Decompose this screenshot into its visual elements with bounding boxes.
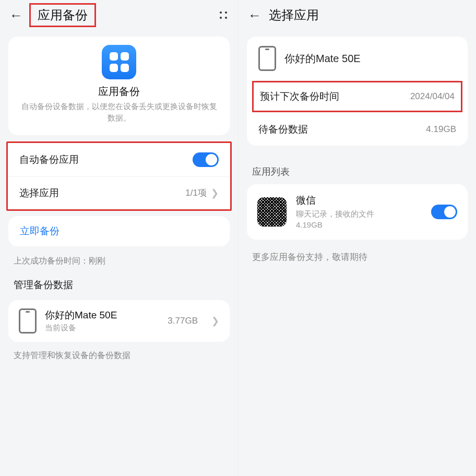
- device-sub: 当前设备: [45, 323, 159, 333]
- auto-backup-toggle[interactable]: [193, 152, 219, 167]
- device-row: 你好的Mate 50E: [247, 37, 468, 80]
- device-name: 你好的Mate 50E: [45, 308, 159, 322]
- manage-section-label: 管理备份数据: [0, 274, 238, 297]
- next-backup-value: 2024/04/04: [410, 91, 455, 102]
- back-icon[interactable]: ←: [9, 8, 23, 22]
- page-title: 应用备份: [38, 7, 88, 23]
- next-backup-row: 预计下次备份时间 2024/04/04: [254, 82, 461, 111]
- left-pane: ← 应用备份 应用备份 自动备份设备数据，以便您在设备丢失或更换设备时恢复数据。…: [0, 0, 238, 476]
- select-app-value: 1/1项: [185, 187, 207, 199]
- highlighted-settings-box: 自动备份应用 选择应用 1/1项 ❯: [6, 141, 232, 211]
- back-icon[interactable]: ←: [248, 8, 261, 22]
- chevron-right-icon: ❯: [211, 315, 219, 327]
- chevron-right-icon: ❯: [211, 187, 219, 199]
- app-toggle[interactable]: [431, 205, 457, 219]
- next-backup-label: 预计下次备份时间: [260, 90, 339, 103]
- device-row[interactable]: 你好的Mate 50E 当前设备 3.77GB ❯: [8, 300, 230, 342]
- hero-card: 应用备份 自动备份设备数据，以便您在设备丢失或更换设备时恢复数据。: [8, 37, 230, 135]
- select-app-row[interactable]: 选择应用 1/1项 ❯: [8, 177, 230, 209]
- hero-description: 自动备份设备数据，以便您在设备丢失或更换设备时恢复数据。: [20, 101, 218, 124]
- device-info-card: 你好的Mate 50E 预计下次备份时间 2024/04/04 待备份数据 4.…: [247, 37, 468, 146]
- device-size: 3.77GB: [168, 316, 198, 326]
- app-backup-icon: [102, 45, 136, 79]
- auto-backup-row[interactable]: 自动备份应用: [8, 143, 230, 177]
- app-sub: 聊天记录，接收的文件 4.19GB: [296, 208, 422, 230]
- more-icon[interactable]: [218, 10, 229, 20]
- app-name: 微信: [296, 194, 422, 207]
- last-backup-text: 上次成功备份时间：刚刚: [0, 251, 238, 274]
- auto-backup-label: 自动备份应用: [19, 153, 79, 166]
- wechat-qr-icon: [257, 197, 287, 227]
- more-support-text: 更多应用备份支持，敬请期待: [239, 240, 476, 275]
- app-list-label: 应用列表: [239, 152, 476, 184]
- backup-now-row[interactable]: 立即备份: [8, 216, 230, 246]
- support-text: 支持管理和恢复设备的备份数据: [0, 345, 238, 368]
- phone-icon: [19, 308, 37, 334]
- app-row-wechat[interactable]: 微信 聊天记录，接收的文件 4.19GB: [247, 184, 468, 240]
- left-header: ← 应用备份: [0, 0, 238, 30]
- title-highlight-box: 应用备份: [29, 3, 96, 27]
- select-app-label: 选择应用: [19, 186, 59, 200]
- pending-data-row: 待备份数据 4.19GB: [247, 113, 468, 146]
- hero-title: 应用备份: [20, 85, 218, 99]
- device-name: 你好的Mate 50E: [284, 52, 361, 66]
- backup-now-link[interactable]: 立即备份: [20, 225, 59, 236]
- right-pane: ← 选择应用 你好的Mate 50E 预计下次备份时间 2024/04/04 待…: [238, 0, 476, 476]
- phone-icon: [258, 46, 276, 71]
- page-title: 选择应用: [269, 7, 319, 23]
- next-backup-highlight-box: 预计下次备份时间 2024/04/04: [252, 81, 462, 112]
- right-header: ← 选择应用: [239, 0, 476, 30]
- pending-label: 待备份数据: [258, 123, 308, 136]
- pending-value: 4.19GB: [426, 124, 456, 135]
